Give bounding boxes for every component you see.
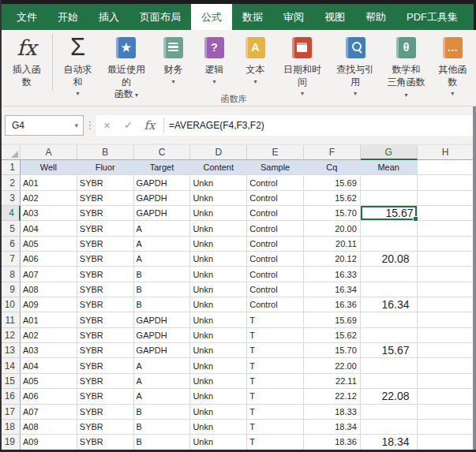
cell-B4[interactable]: SYBR: [77, 206, 134, 221]
cell-B10[interactable]: SYBR: [77, 297, 134, 312]
cell-A14[interactable]: A04: [21, 358, 77, 373]
cell-E6[interactable]: Control: [247, 237, 304, 252]
cell-E19[interactable]: T: [247, 435, 304, 450]
cell-E7[interactable]: Control: [247, 252, 304, 267]
cell-F8[interactable]: 16.33: [304, 267, 361, 282]
tab-开始[interactable]: 开始: [47, 4, 88, 30]
cell-A13[interactable]: A03: [21, 343, 77, 358]
date-time-button[interactable]: 日期和时间▾: [275, 32, 328, 98]
cell-F12[interactable]: 15.62: [304, 328, 361, 343]
cell-A17[interactable]: A07: [21, 405, 77, 420]
cell-A12[interactable]: A02: [21, 328, 77, 343]
cell-B19[interactable]: SYBR: [77, 435, 134, 450]
cell-B18[interactable]: SYBR: [77, 420, 134, 435]
cell-F16[interactable]: 22.12: [304, 389, 361, 404]
cell-A3[interactable]: A02: [21, 191, 77, 206]
insert-function-button[interactable]: fx插入函数: [5, 32, 49, 89]
cell-F19[interactable]: 18.36: [304, 435, 361, 450]
cell-B17[interactable]: SYBR: [77, 405, 134, 420]
column-header-C[interactable]: C: [134, 145, 191, 160]
name-box-dropdown-icon[interactable]: ▾: [74, 121, 78, 129]
cell-E12[interactable]: T: [247, 328, 304, 343]
cell-G6[interactable]: [361, 237, 418, 252]
cell-C19[interactable]: B: [134, 435, 191, 450]
cell-G3[interactable]: [361, 191, 418, 206]
tab-页面布局[interactable]: 页面布局: [129, 4, 191, 30]
tab-公式[interactable]: 公式: [191, 4, 232, 30]
recent-functions-button[interactable]: ★最近使用的 函数 ▾: [99, 32, 152, 102]
cell-D3[interactable]: Unkn: [190, 191, 247, 206]
cell-D7[interactable]: Unkn: [190, 252, 247, 267]
cell-H17[interactable]: [418, 405, 473, 420]
math-trig-button[interactable]: θ数学和 三角函数 ▾: [382, 32, 431, 102]
cell-A9[interactable]: A08: [21, 282, 77, 297]
cell-A7[interactable]: A06: [21, 252, 77, 267]
cell-F3[interactable]: 15.62: [304, 191, 361, 206]
tab-文件[interactable]: 文件: [6, 4, 47, 30]
tab-PDF工具集[interactable]: PDF工具集: [396, 4, 468, 30]
cell-B3[interactable]: SYBR: [77, 191, 134, 206]
cell-G17[interactable]: [361, 405, 418, 420]
row-header-16[interactable]: 16: [2, 389, 21, 404]
cell-G10[interactable]: 16.34: [361, 297, 418, 312]
cell-F11[interactable]: 15.69: [304, 312, 361, 327]
cell-A16[interactable]: A06: [21, 389, 77, 404]
cell-B11[interactable]: SYBR: [77, 312, 134, 327]
cell-C5[interactable]: A: [134, 221, 191, 236]
cell-E13[interactable]: T: [247, 343, 304, 358]
select-all-button[interactable]: [2, 145, 21, 160]
cell-H6[interactable]: [418, 237, 473, 252]
cell-D4[interactable]: Unkn: [190, 206, 247, 221]
more-functions-button[interactable]: …其他函数▾: [430, 32, 474, 98]
autosum-button[interactable]: Σ自动求和▾: [56, 32, 100, 98]
cell-F4[interactable]: 15.70: [304, 206, 361, 221]
lookup-reference-button[interactable]: 查找与引用▾: [329, 32, 382, 98]
cell-C1[interactable]: Target: [134, 160, 191, 175]
cell-E2[interactable]: Control: [247, 175, 304, 190]
row-header-8[interactable]: 8: [2, 267, 21, 282]
cell-G12[interactable]: [361, 328, 418, 343]
cell-E9[interactable]: Control: [247, 282, 304, 297]
tab-审阅[interactable]: 审阅: [273, 4, 314, 30]
cell-C7[interactable]: A: [134, 252, 191, 267]
cell-G9[interactable]: [361, 282, 418, 297]
cell-D5[interactable]: Unkn: [190, 221, 247, 236]
cell-G7[interactable]: 20.08: [361, 252, 418, 267]
cell-A5[interactable]: A04: [21, 221, 77, 236]
row-header-2[interactable]: 2: [2, 175, 21, 190]
cell-B16[interactable]: SYBR: [77, 389, 134, 404]
insert-function-icon[interactable]: fx: [139, 118, 160, 133]
cell-F13[interactable]: 15.70: [304, 343, 361, 358]
row-header-14[interactable]: 14: [2, 358, 21, 373]
cell-G14[interactable]: [361, 358, 418, 373]
cell-E8[interactable]: Control: [247, 267, 304, 282]
cell-H8[interactable]: [418, 267, 473, 282]
cell-E16[interactable]: T: [247, 389, 304, 404]
cell-A11[interactable]: A01: [21, 312, 77, 327]
cell-B8[interactable]: SYBR: [77, 267, 134, 282]
column-header-F[interactable]: F: [304, 145, 361, 160]
cell-C17[interactable]: B: [134, 405, 191, 420]
row-header-3[interactable]: 3: [2, 191, 21, 206]
cell-D16[interactable]: Unkn: [190, 389, 247, 404]
cell-D18[interactable]: Unkn: [190, 420, 247, 435]
cell-C4[interactable]: GAPDH: [134, 206, 191, 221]
cell-A10[interactable]: A09: [21, 297, 77, 312]
row-header-19[interactable]: 19: [2, 435, 21, 450]
cell-E18[interactable]: T: [247, 420, 304, 435]
cell-E11[interactable]: T: [247, 312, 304, 327]
cell-C18[interactable]: B: [134, 420, 191, 435]
cell-H9[interactable]: [418, 282, 473, 297]
cell-G1[interactable]: Mean: [361, 160, 418, 175]
column-header-D[interactable]: D: [190, 145, 247, 160]
cell-E4[interactable]: Control: [247, 206, 304, 221]
cell-F18[interactable]: 18.34: [304, 420, 361, 435]
row-header-6[interactable]: 6: [2, 237, 21, 252]
cell-B5[interactable]: SYBR: [77, 221, 134, 236]
cell-A2[interactable]: A01: [21, 175, 77, 190]
cell-B6[interactable]: SYBR: [77, 237, 134, 252]
cell-D1[interactable]: Content: [190, 160, 247, 175]
cell-B12[interactable]: SYBR: [77, 328, 134, 343]
cell-A15[interactable]: A05: [21, 374, 77, 389]
cell-H11[interactable]: [418, 312, 473, 327]
